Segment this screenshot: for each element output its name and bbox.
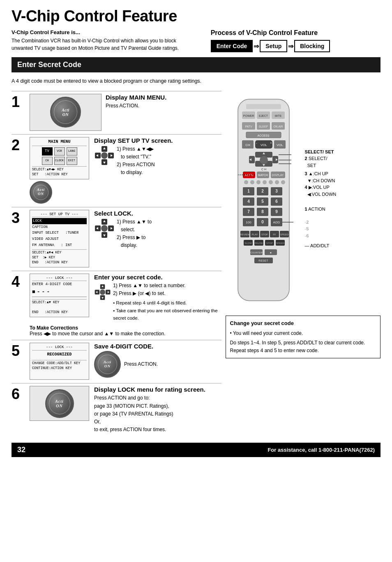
svg-text:REVIEW: REVIEW [240,233,250,236]
screen-4-enter: ENTER 4-DIGIT CODE [32,282,87,287]
label-add-dlt: — ADD/DLT [305,242,337,249]
step-4-dpad-container: 1) Press ▲▼ to select a number. 2) Press… [94,282,221,322]
label-select-set: SELECT/ SET [305,149,337,156]
change-code-box: Change your secret code • You will need … [226,316,380,358]
remote-right-labels: SELECT/ SET 2 SELECT/ SETSELECT/ SET 3 ▲… [305,95,337,249]
screen-3-caption: CAPTION [32,224,87,230]
svg-point-72 [275,180,279,184]
page-container: V-Chip Control Feature V-Chip Control Fe… [0,0,392,461]
step-4-combined: --- LOCK --- ENTER 4-DIGIT CODE ■--- SEL… [30,274,221,322]
step-3-screen-wrap: --- SET UP TV --- LOCK CAPTION INPUT SEL… [30,210,89,267]
screen-icon-lang: LANG [67,147,77,156]
screen-2-icons-row2: CH CLOCK EXIT [32,157,87,165]
step-5-screen-wrap: --- LOCK --- RECOGNIZED CHANGE CODE:ADD/… [30,343,89,380]
action-button-5: ActiON [94,351,121,378]
step-2-screen: MAIN MENU TV VCR LANG CH CLOCK EXIT [30,137,89,179]
svg-text:MITE: MITE [274,114,281,117]
svg-text:SPEED: SPEED [276,242,284,244]
screen-3-lock: LOCK [32,218,87,224]
step-6-combined: ActiON Display LOCK menu for rating scre… [30,386,205,434]
step-4-bullet-2: • Take care that you are not observed en… [113,307,221,322]
step-1-screen: ActiON [30,94,101,131]
screen-5-title: --- LOCK --- [32,345,87,351]
screen-4-title: --- LOCK --- [32,276,87,281]
screen-3-video: VIDEO ADJUST [32,236,87,242]
svg-point-73 [281,180,285,184]
dpad-svg-4 [94,282,111,302]
dpad-svg-2 [94,145,115,166]
svg-text:DISPLAY: DISPLAY [272,174,284,176]
remote-column: POWER EJECT MITE PATV SLEEP ON AIR ACCES… [226,91,380,437]
step-1-body: Press ACTION. [106,102,221,110]
remote-svg: POWER EJECT MITE PATV SLEEP ON AIR ACCES… [226,95,302,309]
svg-text:SLOW: SLOW [244,242,252,244]
svg-text:CH: CH [245,143,250,147]
screen-3-fm: FM ANTENNA : INT [32,242,87,248]
step-4-sub-2: 2) Press ▶ (or ◀) to set. [113,290,221,297]
step-2-sub-1: 1) Press ▲▼◀▶ to select "TV." [117,145,155,161]
step-4-bullet-1: • Repeat step 4 until 4-digit is filled. [113,299,221,307]
feature-is-title: V-Chip Control Feature is... [12,29,198,35]
step-5-title: Save 4-DIGIT CODE. [94,343,158,350]
svg-text:9: 9 [275,209,278,214]
action-button-6: ActiON [45,389,74,418]
svg-text:EJECT: EJECT [259,114,268,117]
step-3-substeps: 1) Press ▲▼ to select. 2) Press ▶ to dis… [117,218,152,250]
svg-point-55 [260,156,268,164]
screen-4-footer: SELECT:▲▼ KEYEND :ACTION KEY [32,299,87,315]
arrow-icon: ⇒ [254,42,259,50]
step-1-desc: Display MAIN MENU. Press ACTION. [106,94,221,110]
svg-text:PLAY: PLAY [251,233,258,236]
dpad-svg-3 [94,218,115,239]
label-nums: 3 ▲:CH UP ▼:CH DOWN 4 ▶:VOL UP ◀:VOL DOW… [305,170,337,197]
svg-point-4 [101,152,108,159]
section-title-bar: Enter Secret Code [12,57,380,72]
svg-text:-: - [256,141,257,145]
screen-3-footer: SELECT:▲▼◀ KEYSET :▶ KEYEND :ACTION KEY [32,249,87,265]
svg-text:2: 2 [261,189,264,193]
remote-diagram-wrap: POWER EJECT MITE PATV SLEEP ON AIR ACCES… [226,95,302,309]
action-button-1: ActiON [50,97,81,128]
svg-text:+: + [270,141,272,145]
svg-text:ADD: ADD [273,221,280,224]
corrections-title: To Make Corrections [30,325,78,331]
step-4-title: Enter your secret code. [94,274,221,281]
step-4-sub-1: 1) Press ▲▼ to select a number. [113,282,221,290]
step-1-row: 1 ActiON Display MAIN MENU. Press ACTION… [12,91,221,131]
svg-point-71 [269,180,273,184]
step-6-number: 6 [12,387,26,402]
screen-2-footer: SELECT:▲▼◀▶ KEYSET :ACTION KEY [32,166,87,177]
screen-2-title: MAIN MENU [32,139,87,146]
svg-text:8: 8 [261,209,264,214]
svg-text:5: 5 [261,199,264,204]
svg-text:STOP: STOP [266,242,272,244]
screen-3-input: INPUT SELECT :TUNER [32,230,87,236]
svg-text:FF: FF [273,233,276,236]
step-5-combined: --- LOCK --- RECOGNIZED CHANGE CODE:ADD/… [30,343,158,380]
step-5-desc: Save 4-DIGIT CODE. ActiON Press ACTION. [94,343,158,380]
step-3-sub-2: 2) Press ▶ to display. [117,234,152,249]
svg-text:C H: C H [261,168,266,171]
steps-column: 1 ActiON Display MAIN MENU. Press ACTION… [12,91,221,437]
step-6-row: 6 ActiON Display LOCK menu for rating sc… [12,383,221,434]
process-title: Process of V-Chip Control Feature [211,29,380,37]
step-1-content: ActiON Display MAIN MENU. Press ACTION. [30,94,221,131]
change-code-bullet: • You will need your current code. [230,330,376,337]
assistance-text: For assistance, call 1-800-211-PANA(7262… [267,447,375,453]
svg-text:100: 100 [246,221,251,224]
process-steps: Enter Code ⇒ Setup ⇒ Blocking [211,40,380,52]
svg-point-13 [101,225,108,232]
step-5-screen: --- LOCK --- RECOGNIZED CHANGE CODE:ADD/… [30,343,89,380]
step-4-desc: Enter your secret code. [94,274,221,322]
main-content: 1 ActiON Display MAIN MENU. Press ACTION… [12,91,380,437]
process-step-setup: Setup [260,40,287,52]
step-6-content: ActiON Display LOCK menu for rating scre… [30,386,221,434]
step-3-screen: --- SET UP TV --- LOCK CAPTION INPUT SEL… [30,210,89,267]
svg-text:POWER: POWER [243,114,254,117]
step-4-screen-wrap: --- LOCK --- ENTER 4-DIGIT CODE ■--- SEL… [30,274,89,322]
step-2-title: Display SET UP TV screen. [94,137,173,144]
change-code-title: Change your secret code [230,319,376,328]
step-3-dpad-container: 1) Press ▲▼ to select. 2) Press ▶ to dis… [94,218,152,250]
svg-text:SPEED: SPEED [280,233,288,236]
step-6-body: Press ACTION and go to: page 33 (MOTION … [94,394,205,434]
